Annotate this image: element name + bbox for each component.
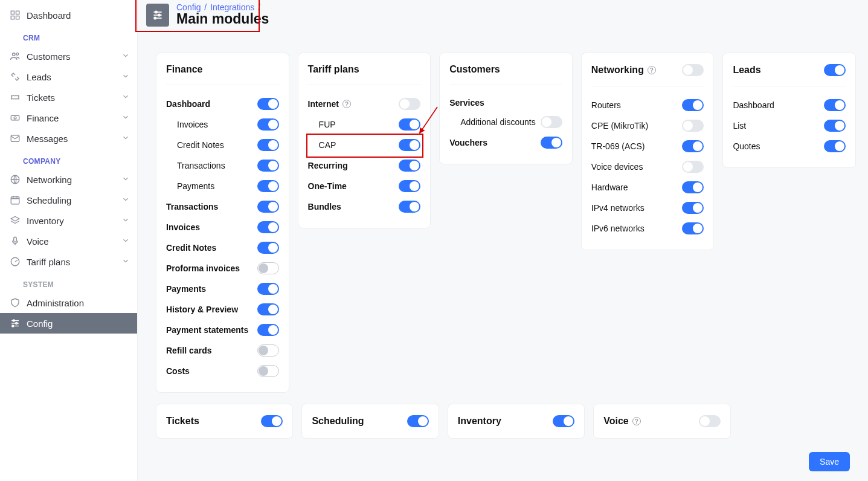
setting-row: Transactions — [166, 196, 279, 217]
chevron-down-icon — [121, 216, 130, 226]
card-tariff-plans: Tariff plans Internet ?FUPCAPRecurringOn… — [298, 53, 431, 228]
setting-label: List — [733, 121, 746, 131]
toggle-cap[interactable] — [399, 139, 420, 151]
svg-point-4 — [13, 53, 16, 56]
setting-label: Quotes — [733, 141, 760, 151]
main: Config / Integrations / Main modules Fin… — [138, 0, 868, 481]
sidebar-item-messages[interactable]: Messages — [0, 128, 137, 149]
sidebar-item-tickets[interactable]: Tickets — [0, 87, 137, 108]
toggle-invoices[interactable] — [257, 221, 279, 233]
nav-section-label: SYSTEM — [0, 272, 137, 292]
sidebar-item-administration[interactable]: Administration — [0, 292, 137, 313]
setting-label: Credit Notes — [166, 140, 224, 150]
sidebar-item-customers[interactable]: Customers — [0, 46, 137, 66]
setting-row: Payments — [166, 176, 279, 196]
sidebar-item-tariff-plans[interactable]: Tariff plans — [0, 251, 137, 272]
toggle-vouchers[interactable] — [541, 137, 562, 149]
grid-icon — [8, 10, 22, 21]
setting-row: Quotes — [733, 136, 846, 157]
help-icon[interactable]: ? — [648, 66, 656, 74]
save-button[interactable]: Save — [809, 452, 850, 471]
setting-label: Internet ? — [308, 99, 351, 109]
sidebar-item-label: Leads — [27, 72, 121, 82]
toggle-internet[interactable] — [399, 98, 420, 110]
toggle-history-preview[interactable] — [257, 303, 279, 315]
calendar-icon — [8, 195, 22, 205]
toggle-ipv6-networks[interactable] — [682, 222, 704, 234]
toggle-bundles[interactable] — [399, 201, 420, 213]
toggle-hardware[interactable] — [682, 181, 704, 193]
svg-rect-6 — [11, 115, 19, 120]
sidebar-item-finance[interactable]: Finance — [0, 108, 137, 128]
toggle-leads-header[interactable] — [824, 64, 846, 76]
toggle-dashboard[interactable] — [824, 99, 846, 111]
chevron-down-icon — [121, 113, 130, 123]
setting-row: Bundles — [308, 196, 421, 217]
sidebar-item-scheduling[interactable]: Scheduling — [0, 190, 137, 210]
toggle-voice[interactable] — [699, 415, 721, 427]
users-icon — [8, 51, 22, 62]
card-title: Voice — [603, 416, 629, 427]
sidebar-item-inventory[interactable]: Inventory — [0, 210, 137, 231]
toggle-routers[interactable] — [682, 99, 704, 111]
card-title-finance: Finance — [166, 64, 202, 75]
sidebar-item-label: Administration — [27, 298, 130, 308]
toggle-payments[interactable] — [257, 180, 279, 192]
toggle-payment-statements[interactable] — [257, 324, 279, 336]
toggle-transactions[interactable] — [257, 201, 279, 213]
toggle-list[interactable] — [824, 120, 846, 132]
toggle-fup[interactable] — [399, 118, 420, 131]
setting-row: Dashboard — [166, 94, 279, 114]
setting-label: TR-069 (ACS) — [591, 141, 645, 151]
card-title: Inventory — [458, 416, 501, 427]
sidebar-item-config[interactable]: Config — [0, 313, 137, 334]
setting-row: Dashboard — [733, 95, 846, 115]
setting-label: Invoices — [166, 222, 200, 232]
sidebar-item-networking[interactable]: Networking — [0, 169, 137, 190]
svg-rect-3 — [16, 16, 19, 19]
toggle-recurring[interactable] — [399, 160, 420, 172]
toggle-proforma-invoices[interactable] — [257, 262, 279, 274]
toggle-tickets[interactable] — [261, 415, 283, 427]
toggle-payments[interactable] — [257, 283, 279, 295]
money-icon — [8, 112, 22, 123]
globe-icon — [8, 174, 22, 185]
toggle-credit-notes[interactable] — [257, 139, 279, 151]
chevron-down-icon — [121, 236, 130, 247]
toggle-credit-notes[interactable] — [257, 242, 279, 254]
help-icon[interactable]: ? — [632, 417, 641, 425]
nav-section-label: CRM — [0, 25, 137, 46]
toggle-refill-cards[interactable] — [257, 344, 279, 357]
toggle-tr-069-acs-[interactable] — [682, 140, 704, 152]
setting-label: Dashboard — [733, 100, 774, 110]
sidebar-item-label: Tariff plans — [27, 257, 121, 267]
setting-row: TR-069 (ACS) — [591, 136, 704, 157]
card-title: Tickets — [166, 416, 199, 427]
toggle-transactions[interactable] — [257, 160, 279, 172]
toggle-additional-discounts[interactable] — [541, 116, 562, 128]
help-icon[interactable]: ? — [342, 100, 351, 108]
sidebar-item-dashboard[interactable]: Dashboard — [0, 5, 137, 25]
toggle-ipv4-networks[interactable] — [682, 202, 704, 214]
toggle-networking-header[interactable] — [682, 64, 704, 76]
toggle-voice-devices[interactable] — [682, 161, 704, 173]
svg-rect-14 — [14, 237, 17, 242]
toggle-costs[interactable] — [257, 365, 279, 377]
toggle-invoices[interactable] — [257, 118, 279, 131]
toggle-scheduling[interactable] — [407, 415, 429, 427]
sidebar-item-voice[interactable]: Voice — [0, 231, 137, 251]
toggle-quotes[interactable] — [824, 140, 846, 152]
toggle-one-time[interactable] — [399, 180, 420, 192]
setting-label: Payments — [166, 284, 206, 294]
setting-label: Vouchers — [449, 138, 487, 147]
sidebar-item-label: Dashboard — [27, 10, 130, 21]
toggle-dashboard[interactable] — [257, 98, 279, 110]
sidebar-item-leads[interactable]: Leads — [0, 66, 137, 87]
svg-point-7 — [14, 117, 16, 119]
toggle-cpe-mikrotik-[interactable] — [682, 120, 704, 132]
mail-icon — [8, 133, 22, 144]
setting-label: Recurring — [308, 161, 348, 170]
setting-label: Proforma invoices — [166, 263, 240, 273]
toggle-inventory[interactable] — [553, 415, 574, 427]
sidebar-item-label: Scheduling — [27, 195, 121, 205]
